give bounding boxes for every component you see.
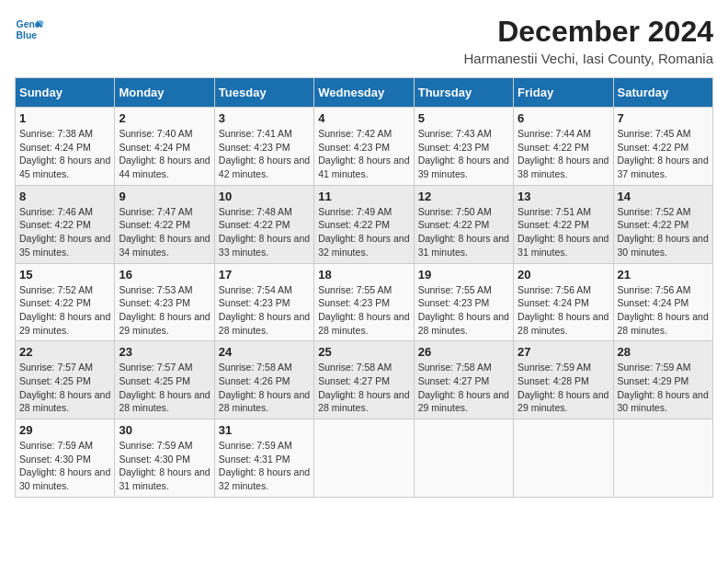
calendar-body: 1Sunrise: 7:38 AMSunset: 4:24 PMDaylight… [16,108,713,498]
header-cell-saturday: Saturday [613,78,712,108]
day-cell: 14Sunrise: 7:52 AMSunset: 4:22 PMDayligh… [613,185,712,263]
day-detail: Sunrise: 7:49 AMSunset: 4:22 PMDaylight:… [318,206,409,258]
day-cell: 16Sunrise: 7:53 AMSunset: 4:23 PMDayligh… [115,263,214,341]
calendar-header: SundayMondayTuesdayWednesdayThursdayFrid… [16,78,713,108]
day-detail: Sunrise: 7:44 AMSunset: 4:22 PMDaylight:… [518,128,609,179]
day-number: 9 [119,190,210,203]
day-cell: 5Sunrise: 7:43 AMSunset: 4:23 PMDaylight… [414,108,513,186]
day-number: 2 [119,111,210,125]
day-cell: 24Sunrise: 7:58 AMSunset: 4:26 PMDayligh… [214,341,313,419]
day-detail: Sunrise: 7:53 AMSunset: 4:23 PMDaylight:… [119,284,210,336]
day-cell: 12Sunrise: 7:50 AMSunset: 4:22 PMDayligh… [414,185,513,263]
day-cell: 6Sunrise: 7:44 AMSunset: 4:22 PMDaylight… [514,108,613,186]
day-detail: Sunrise: 7:52 AMSunset: 4:22 PMDaylight:… [618,206,709,258]
day-number: 27 [518,345,609,359]
day-detail: Sunrise: 7:57 AMSunset: 4:25 PMDaylight:… [119,362,210,413]
day-number: 4 [318,111,409,125]
day-cell: 25Sunrise: 7:58 AMSunset: 4:27 PMDayligh… [314,341,414,419]
main-title: December 2024 [463,15,713,49]
day-number: 20 [518,268,609,282]
day-cell: 30Sunrise: 7:59 AMSunset: 4:30 PMDayligh… [115,419,214,498]
day-detail: Sunrise: 7:42 AMSunset: 4:23 PMDaylight:… [318,128,409,179]
day-number: 21 [618,268,709,282]
day-number: 24 [219,345,310,359]
day-detail: Sunrise: 7:55 AMSunset: 4:23 PMDaylight:… [418,284,509,336]
day-cell: 9Sunrise: 7:47 AMSunset: 4:22 PMDaylight… [115,185,214,263]
day-cell: 4Sunrise: 7:42 AMSunset: 4:23 PMDaylight… [314,108,414,186]
day-detail: Sunrise: 7:45 AMSunset: 4:22 PMDaylight:… [618,128,709,179]
day-detail: Sunrise: 7:43 AMSunset: 4:23 PMDaylight:… [418,128,509,179]
week-row-1: 1Sunrise: 7:38 AMSunset: 4:24 PMDaylight… [16,108,713,186]
day-cell: 11Sunrise: 7:49 AMSunset: 4:22 PMDayligh… [314,185,414,263]
day-number: 22 [19,345,110,359]
day-cell: 22Sunrise: 7:57 AMSunset: 4:25 PMDayligh… [16,341,115,419]
header-cell-wednesday: Wednesday [314,78,414,108]
day-number: 10 [219,190,310,203]
day-detail: Sunrise: 7:54 AMSunset: 4:23 PMDaylight:… [219,284,310,336]
day-number: 18 [318,268,409,282]
day-number: 26 [418,345,509,359]
day-number: 15 [19,268,110,282]
day-cell: 20Sunrise: 7:56 AMSunset: 4:24 PMDayligh… [514,263,613,341]
day-detail: Sunrise: 7:59 AMSunset: 4:28 PMDaylight:… [518,362,609,413]
day-cell: 28Sunrise: 7:59 AMSunset: 4:29 PMDayligh… [613,341,712,419]
day-cell [613,419,712,498]
day-cell: 31Sunrise: 7:59 AMSunset: 4:31 PMDayligh… [214,419,313,498]
day-cell: 3Sunrise: 7:41 AMSunset: 4:23 PMDaylight… [214,108,313,186]
day-detail: Sunrise: 7:38 AMSunset: 4:24 PMDaylight:… [19,128,110,179]
day-number: 5 [418,111,509,125]
day-cell [514,419,613,498]
day-detail: Sunrise: 7:58 AMSunset: 4:27 PMDaylight:… [418,362,509,413]
week-row-2: 8Sunrise: 7:46 AMSunset: 4:22 PMDaylight… [16,185,713,263]
day-cell: 26Sunrise: 7:58 AMSunset: 4:27 PMDayligh… [414,341,513,419]
day-number: 30 [119,423,210,437]
day-detail: Sunrise: 7:46 AMSunset: 4:22 PMDaylight:… [19,206,110,258]
day-number: 1 [19,111,110,125]
day-detail: Sunrise: 7:59 AMSunset: 4:30 PMDaylight:… [119,440,210,491]
day-detail: Sunrise: 7:56 AMSunset: 4:24 PMDaylight:… [618,284,709,336]
day-detail: Sunrise: 7:51 AMSunset: 4:22 PMDaylight:… [518,206,609,258]
day-cell: 2Sunrise: 7:40 AMSunset: 4:24 PMDaylight… [115,108,214,186]
day-number: 28 [618,345,709,359]
day-cell: 10Sunrise: 7:48 AMSunset: 4:22 PMDayligh… [214,185,313,263]
day-number: 23 [119,345,210,359]
day-cell: 1Sunrise: 7:38 AMSunset: 4:24 PMDaylight… [16,108,115,186]
day-cell: 8Sunrise: 7:46 AMSunset: 4:22 PMDaylight… [16,185,115,263]
day-detail: Sunrise: 7:59 AMSunset: 4:30 PMDaylight:… [19,440,110,491]
day-cell: 27Sunrise: 7:59 AMSunset: 4:28 PMDayligh… [514,341,613,419]
day-cell: 23Sunrise: 7:57 AMSunset: 4:25 PMDayligh… [115,341,214,419]
day-detail: Sunrise: 7:50 AMSunset: 4:22 PMDaylight:… [418,206,509,258]
day-number: 25 [318,345,409,359]
day-cell: 19Sunrise: 7:55 AMSunset: 4:23 PMDayligh… [414,263,513,341]
week-row-4: 22Sunrise: 7:57 AMSunset: 4:25 PMDayligh… [16,341,713,419]
week-row-3: 15Sunrise: 7:52 AMSunset: 4:22 PMDayligh… [16,263,713,341]
day-number: 16 [119,268,210,282]
day-number: 17 [219,268,310,282]
day-detail: Sunrise: 7:41 AMSunset: 4:23 PMDaylight:… [219,128,310,179]
day-cell: 17Sunrise: 7:54 AMSunset: 4:23 PMDayligh… [214,263,313,341]
day-cell [314,419,414,498]
logo-icon: General Blue [15,15,44,44]
day-number: 3 [219,111,310,125]
day-number: 11 [318,190,409,203]
day-number: 13 [518,190,609,203]
day-detail: Sunrise: 7:58 AMSunset: 4:27 PMDaylight:… [318,362,409,413]
page-header: General Blue December 2024 Harmanestii V… [15,15,713,66]
day-cell [414,419,513,498]
subtitle: Harmanestii Vechi, Iasi County, Romania [463,51,713,66]
day-number: 29 [19,423,110,437]
day-detail: Sunrise: 7:55 AMSunset: 4:23 PMDaylight:… [318,284,409,336]
day-detail: Sunrise: 7:58 AMSunset: 4:26 PMDaylight:… [219,362,310,413]
day-cell: 15Sunrise: 7:52 AMSunset: 4:22 PMDayligh… [16,263,115,341]
week-row-5: 29Sunrise: 7:59 AMSunset: 4:30 PMDayligh… [16,419,713,498]
day-cell: 13Sunrise: 7:51 AMSunset: 4:22 PMDayligh… [514,185,613,263]
logo: General Blue [15,15,44,44]
day-number: 19 [418,268,509,282]
day-detail: Sunrise: 7:56 AMSunset: 4:24 PMDaylight:… [518,284,609,336]
day-detail: Sunrise: 7:59 AMSunset: 4:31 PMDaylight:… [219,440,310,491]
day-detail: Sunrise: 7:47 AMSunset: 4:22 PMDaylight:… [119,206,210,258]
day-number: 12 [418,190,509,203]
day-cell: 29Sunrise: 7:59 AMSunset: 4:30 PMDayligh… [16,419,115,498]
day-detail: Sunrise: 7:40 AMSunset: 4:24 PMDaylight:… [119,128,210,179]
calendar-table: SundayMondayTuesdayWednesdayThursdayFrid… [15,77,713,498]
